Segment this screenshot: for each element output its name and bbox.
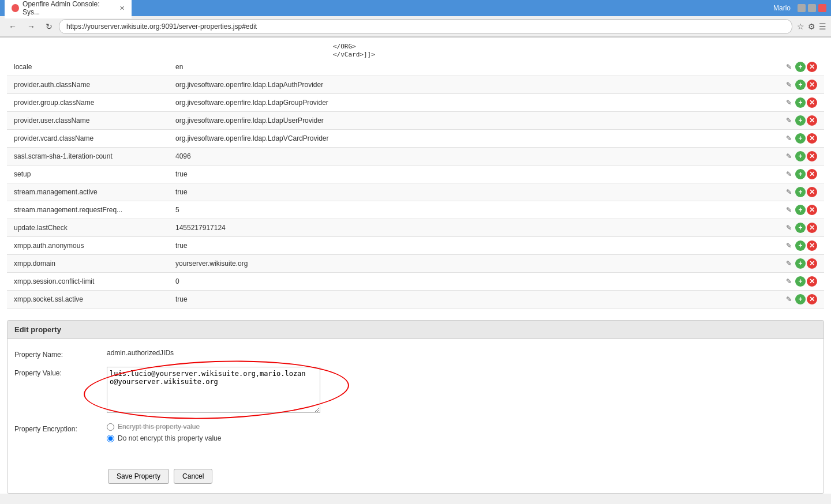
add-icon[interactable]: + [795,97,806,108]
property-value-cell: 5 [169,201,776,219]
property-name-cell: locale [7,58,169,76]
delete-icon[interactable]: ✕ [807,240,817,251]
add-icon[interactable]: + [795,151,806,161]
property-value-cell: 4096 [169,148,776,166]
property-name-cell: setup [7,166,169,183]
property-actions-cell: ✎+✕ [776,237,824,255]
table-row: stream.management.activetrue✎+✕ [7,183,824,201]
edit-icon[interactable]: ✎ [784,187,794,197]
extensions-icon[interactable]: ⚙ [808,22,815,31]
property-value-cell: en [169,58,776,76]
property-value-input[interactable]: luis.lucio@yourserver.wikisuite.org,mari… [107,367,320,413]
table-row: provider.group.classNameorg.jivesoftware… [7,94,824,112]
encrypt-option-label[interactable]: Encrypt this property value [107,423,817,431]
edit-icon[interactable]: ✎ [784,97,794,108]
add-icon[interactable]: + [795,133,806,144]
delete-icon[interactable]: ✕ [807,151,817,161]
properties-table-wrapper: localeen✎+✕provider.auth.classNameorg.ji… [0,58,831,309]
property-value-cell: org.jivesoftware.openfire.ldap.LdapVCard… [169,130,776,148]
delete-icon[interactable]: ✕ [807,115,817,126]
add-icon[interactable]: + [795,276,806,287]
add-icon[interactable]: + [795,187,806,197]
property-value-row: Property Value: luis.lucio@yourserver.wi… [14,367,817,415]
no-encrypt-radio[interactable] [107,435,114,442]
add-icon[interactable]: + [795,223,806,233]
property-value-cell: org.jivesoftware.openfire.ldap.LdapAuthP… [169,76,776,94]
property-value-cell: yourserver.wikisuite.org [169,255,776,273]
property-value-cell: true [169,166,776,183]
add-icon[interactable]: + [795,62,806,72]
save-property-button[interactable]: Save Property [108,469,169,484]
add-icon[interactable]: + [795,294,806,304]
edit-icon[interactable]: ✎ [784,258,794,269]
delete-icon[interactable]: ✕ [807,205,817,215]
delete-icon[interactable]: ✕ [807,133,817,144]
edit-icon[interactable]: ✎ [784,80,794,90]
property-name-value: admin.authorizedJIDs [107,347,174,359]
delete-icon[interactable]: ✕ [807,294,817,304]
no-encrypt-option-label[interactable]: Do not encrypt this property value [107,434,817,442]
property-name-cell: provider.user.className [7,112,169,130]
edit-section-header: Edit property [8,321,823,339]
delete-icon[interactable]: ✕ [807,223,817,233]
browser-tab[interactable]: Openfire Admin Console: Sys... ✕ [5,0,132,18]
browser-chrome: Openfire Admin Console: Sys... ✕ Mario ←… [0,0,831,37]
edit-icon[interactable]: ✎ [784,276,794,287]
property-actions-cell: ✎+✕ [776,219,824,237]
property-actions-cell: ✎+✕ [776,291,824,309]
edit-icon[interactable]: ✎ [784,240,794,251]
minimize-button[interactable] [798,4,806,12]
top-xml-content: </ORG> </vCard>]]> [0,37,831,58]
tab-title: Openfire Admin Console: Sys... [23,0,113,16]
edit-icon[interactable]: ✎ [784,133,794,144]
add-icon[interactable]: + [795,115,806,126]
delete-icon[interactable]: ✕ [807,80,817,90]
property-actions-cell: ✎+✕ [776,201,824,219]
tab-close-button[interactable]: ✕ [119,5,125,12]
table-row: xmpp.auth.anonymoustrue✎+✕ [7,237,824,255]
forward-button[interactable]: → [23,20,39,33]
delete-icon[interactable]: ✕ [807,187,817,197]
add-icon[interactable]: + [795,169,806,179]
add-icon[interactable]: + [795,258,806,269]
add-icon[interactable]: + [795,240,806,251]
property-actions-cell: ✎+✕ [776,112,824,130]
delete-icon[interactable]: ✕ [807,62,817,72]
edit-icon[interactable]: ✎ [784,115,794,126]
edit-icon[interactable]: ✎ [784,205,794,215]
encrypt-radio[interactable] [107,423,114,431]
property-value-wrap: luis.lucio@yourserver.wikisuite.org,mari… [107,367,817,415]
property-name-cell: xmpp.domain [7,255,169,273]
cancel-button[interactable]: Cancel [174,469,212,484]
property-actions-cell: ✎+✕ [776,58,824,76]
maximize-button[interactable] [808,4,816,12]
edit-icon[interactable]: ✎ [784,169,794,179]
edit-icon[interactable]: ✎ [784,151,794,161]
delete-icon[interactable]: ✕ [807,169,817,179]
bookmark-icon[interactable]: ☆ [797,22,804,31]
no-encrypt-option-text: Do not encrypt this property value [118,434,221,442]
back-button[interactable]: ← [5,20,21,33]
edit-icon[interactable]: ✎ [784,62,794,72]
property-encryption-row: Property Encryption: Encrypt this proper… [14,423,817,442]
tab-favicon [12,4,19,12]
buttons-row: Save Property Cancel [8,464,823,493]
add-icon[interactable]: + [795,80,806,90]
close-button[interactable] [818,4,826,12]
add-icon[interactable]: + [795,205,806,215]
reload-button[interactable]: ↻ [42,20,57,33]
delete-icon[interactable]: ✕ [807,276,817,287]
edit-icon[interactable]: ✎ [784,223,794,233]
property-value-cell: true [169,291,776,309]
table-row: sasl.scram-sha-1.iteration-count4096✎+✕ [7,148,824,166]
user-label: Mario [773,4,791,12]
delete-icon[interactable]: ✕ [807,258,817,269]
delete-icon[interactable]: ✕ [807,97,817,108]
encryption-options-list: Encrypt this property value Do not encry… [107,423,817,442]
property-name-cell: xmpp.session.conflict-limit [7,273,169,291]
address-bar[interactable] [59,19,792,34]
property-value-label: Property Value: [14,367,107,377]
edit-icon[interactable]: ✎ [784,294,794,304]
property-actions-cell: ✎+✕ [776,76,824,94]
menu-icon[interactable]: ☰ [819,22,826,31]
